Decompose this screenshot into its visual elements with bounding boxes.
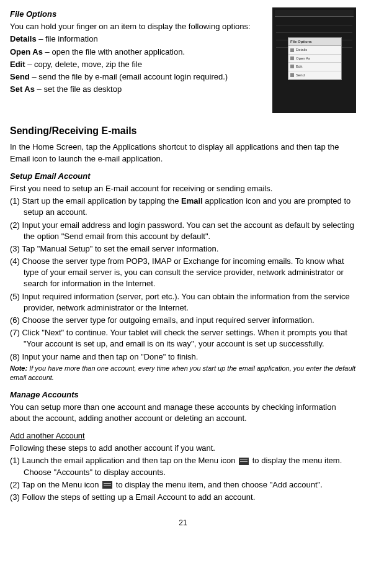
menu-icon [239,458,249,465]
setup-step-1: (1) Start up the email application by ta… [10,196,356,218]
embedded-screenshot: File Options Details Open As Edit Send [272,7,356,113]
setup-step-4: (4) Choose the server type from POP3, IM… [10,256,356,290]
setup-step-6: (6) Choose the server type for outgoing … [10,315,356,326]
setup-step-5: (5) Input required information (server, … [10,291,356,314]
setup-email-intro: First you need to setup an E-mail accoun… [10,183,356,194]
popup-title: File Options [288,38,341,46]
sending-heading: Sending/Receiving E-mails [10,124,356,138]
add-account-title: Add another Account [10,430,356,441]
popup-item-open-as: Open As [288,55,341,63]
popup-item-details: Details [288,46,341,54]
add-account-step-1: (1) Launch the email application and the… [10,455,356,477]
page-number: 21 [10,518,356,528]
file-options-popup: File Options Details Open As Edit Send [288,37,342,80]
manage-accounts-intro: You can setup more than one account and … [10,402,356,424]
menu-icon [102,481,112,489]
setup-step-3: (3) Tap "Manual Setup" to set the email … [10,243,356,255]
setup-step-8: (8) Input your name and then tap on "Don… [10,351,356,363]
sending-intro: In the Home Screen, tap the Applications… [10,142,356,164]
add-account-step-3: (3) Follow the steps of setting up a Ema… [10,492,356,503]
setup-step-2: (2) Input your email address and login p… [10,220,356,242]
setup-note: Note: If you have more than one account,… [10,364,356,383]
popup-item-send: Send [288,71,341,79]
add-account-step-2: (2) Tap on the Menu icon to display the … [10,479,356,491]
popup-item-edit: Edit [288,63,341,71]
add-account-intro: Following these steps to add another acc… [10,443,356,454]
manage-accounts-title: Manage Accounts [10,389,356,400]
setup-email-title: Setup Email Account [10,171,356,182]
setup-step-7: (7) Click "Next" to continue. Your table… [10,327,356,350]
